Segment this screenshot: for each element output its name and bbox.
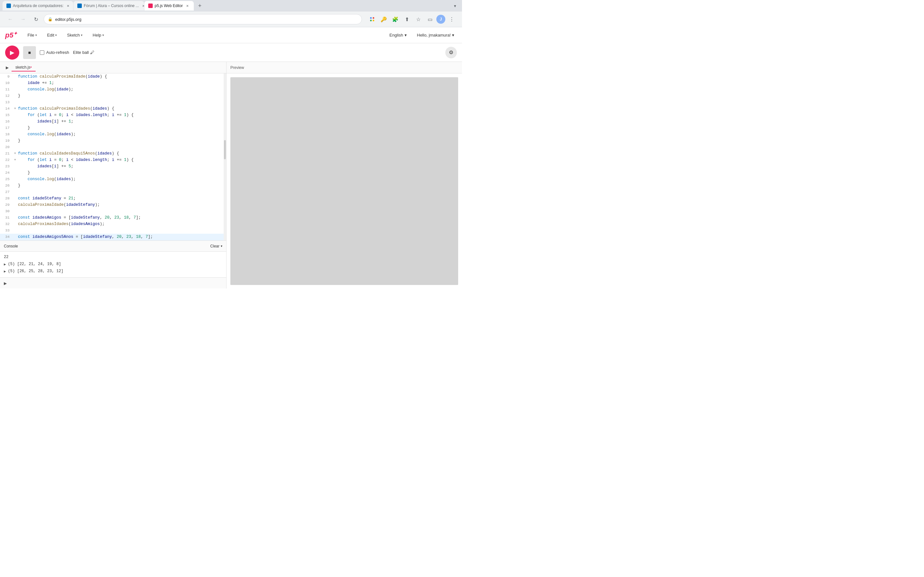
code-line-29: 29 calculaProximaIdade(idadeStefany);	[0, 201, 224, 208]
code-line-27: 27	[0, 189, 224, 195]
code-editor-wrap: 9 function calculaProximaIdade(idade) { …	[0, 73, 224, 240]
code-line-24: 24 }	[0, 169, 224, 176]
more-button[interactable]: ⋮	[447, 14, 457, 24]
tab-title-3: p5.js Web Editor	[155, 3, 183, 8]
console-value-2: (5) [22, 21, 24, 19, 8]	[8, 262, 61, 266]
tab-close-2[interactable]: ✕	[141, 3, 144, 8]
password-button[interactable]: 🔑	[379, 14, 389, 24]
preview-header: Preview	[226, 62, 462, 73]
language-button[interactable]: English ▾	[387, 31, 409, 39]
tab-close-3[interactable]: ✕	[185, 3, 190, 8]
code-line-22: 22 ▼ for (let i = 0; i < idades.length; …	[0, 157, 224, 163]
console-line-2: ▶ (5) [22, 21, 24, 19, 8]	[4, 261, 222, 268]
code-line-34: 34 const idadesAmigos5Anos = [idadeStefa…	[0, 234, 224, 240]
file-tab-bar: ▶ sketch.js•	[0, 62, 226, 73]
code-line-26: 26 }	[0, 182, 224, 189]
editor-scrollbar[interactable]	[224, 73, 226, 240]
bottom-bar: ▶	[0, 277, 226, 288]
editor-panel: ▶ sketch.js• 9 function calculaProximaId…	[0, 62, 226, 288]
console-title: Console	[4, 244, 210, 248]
tab-close-1[interactable]: ✕	[65, 3, 71, 8]
menu-help-arrow: ▾	[102, 33, 104, 37]
tab-favicon-2	[78, 3, 82, 8]
code-line-19: 19 }	[0, 137, 224, 144]
play-button[interactable]: ▶	[5, 45, 19, 60]
app: p5✦ File ▾ Edit ▾ Sketch ▾ Help ▾ Englis…	[0, 27, 462, 288]
console-clear-button[interactable]: Clear ▾	[210, 244, 222, 248]
preview-panel: Preview	[226, 62, 462, 288]
code-line-31: 31 const idadesAmigos = [idadeStefany, 2…	[0, 214, 224, 221]
code-line-14: 14 ▼ function calculaProximasIdades(idad…	[0, 105, 224, 112]
file-tab-sketchjs[interactable]: sketch.js•	[11, 64, 36, 71]
file-modified-dot: •	[31, 65, 32, 69]
sketch-name: Elite ball 🖊	[73, 50, 94, 55]
console-value-3: (5) [26, 25, 28, 23, 12]	[8, 269, 63, 274]
code-line-20: 20	[0, 144, 224, 150]
chrome-icons: 🔑 🧩 ⬆ ☆ ▭ J ⋮	[367, 14, 457, 24]
code-line-10: 10 idade += 1;	[0, 80, 224, 86]
code-editor[interactable]: 9 function calculaProximaIdade(idade) { …	[0, 73, 224, 240]
menu-sketch[interactable]: Sketch ▾	[65, 31, 85, 39]
console-expand-2[interactable]: ▶	[4, 269, 6, 274]
console-header: Console Clear ▾	[0, 241, 226, 251]
sketch-name-text: Elite ball	[73, 50, 89, 55]
collapse-sidebar-button[interactable]: ▶	[3, 63, 11, 72]
code-line-11: 11 console.log(idade);	[0, 86, 224, 93]
console-line-1: 22	[4, 253, 222, 261]
new-tab-button[interactable]: +	[195, 1, 204, 10]
share-button[interactable]: ⬆	[402, 14, 412, 24]
reload-button[interactable]: ↻	[31, 14, 41, 24]
console-expand-1[interactable]: ▶	[4, 262, 6, 266]
console-content: 22 ▶ (5) [22, 21, 24, 19, 8] ▶ (5) [26, …	[0, 251, 226, 277]
code-line-13: 13	[0, 99, 224, 105]
extensions-button[interactable]: 🧩	[390, 14, 401, 24]
svg-point-2	[370, 20, 372, 21]
app-toolbar: p5✦ File ▾ Edit ▾ Sketch ▾ Help ▾ Englis…	[0, 27, 462, 43]
address-input[interactable]: 🔒 editor.p5js.org	[44, 14, 362, 24]
language-arrow: ▾	[405, 33, 407, 37]
address-bar: ← → ↻ 🔒 editor.p5js.org 🔑 🧩 ⬆ ☆ ▭ J ⋮	[0, 11, 462, 27]
console-value-1: 22	[4, 255, 8, 259]
google-apps-button[interactable]	[367, 14, 377, 24]
menu-edit[interactable]: Edit ▾	[45, 31, 59, 39]
tab-list-button[interactable]: ▾	[451, 1, 459, 10]
tab-title-2: Fórum | Alura – Cursos online ...	[84, 3, 139, 8]
menu-sketch-arrow: ▾	[81, 33, 82, 37]
code-line-9: 9 function calculaProximaIdade(idade) {	[0, 73, 224, 80]
code-line-25: 25 console.log(idades);	[0, 176, 224, 182]
user-arrow: ▾	[452, 33, 454, 37]
editor-scroll-thumb[interactable]	[224, 140, 226, 159]
code-line-21: 21 ▼ function calculaIdadesDaqui5Anos(id…	[0, 150, 224, 157]
menu-file[interactable]: File ▾	[25, 31, 39, 39]
menu-file-arrow: ▾	[35, 33, 37, 37]
tab-bar: Arquitetura de computadores: ✕ Fórum | A…	[0, 0, 462, 11]
console-panel: Console Clear ▾ 22 ▶ (5) [22, 21, 24, 19…	[0, 240, 226, 277]
language-label: English	[389, 33, 403, 37]
forward-button[interactable]: →	[18, 14, 28, 24]
address-text: editor.p5js.org	[55, 17, 358, 22]
code-line-18: 18 console.log(idades);	[0, 131, 224, 137]
user-avatar[interactable]: J	[436, 15, 445, 24]
tab-title-1: Arquitetura de computadores:	[13, 3, 63, 8]
sketch-icon: 🖊	[90, 50, 94, 55]
menu-help[interactable]: Help ▾	[90, 31, 107, 39]
google-icon	[369, 16, 375, 22]
bookmark-button[interactable]: ☆	[413, 14, 423, 24]
code-line-12: 12 }	[0, 93, 224, 99]
tab-forum[interactable]: Fórum | Alura – Cursos online ... ✕	[73, 1, 144, 11]
user-label: Hello, jrnakamura!	[417, 33, 451, 37]
file-tab-name: sketch.js	[15, 65, 31, 69]
auto-refresh-label[interactable]: Auto-refresh	[40, 50, 69, 55]
tab-arquitetura[interactable]: Arquitetura de computadores: ✕	[3, 1, 73, 11]
tab-p5[interactable]: p5.js Web Editor ✕	[144, 1, 194, 11]
settings-button[interactable]: ⚙	[445, 47, 457, 58]
user-button[interactable]: Hello, jrnakamura! ▾	[415, 31, 457, 39]
console-chevron-icon: ▾	[221, 244, 222, 248]
auto-refresh-checkbox[interactable]	[40, 50, 44, 55]
editor-with-scroll: 9 function calculaProximaIdade(idade) { …	[0, 73, 226, 240]
code-line-23: 23 idades[i] += 5;	[0, 163, 224, 169]
back-button[interactable]: ←	[5, 14, 15, 24]
sidebar-button[interactable]: ▭	[425, 14, 435, 24]
stop-button[interactable]: ■	[23, 46, 36, 59]
bottom-expand-arrow[interactable]: ▶	[4, 281, 7, 285]
